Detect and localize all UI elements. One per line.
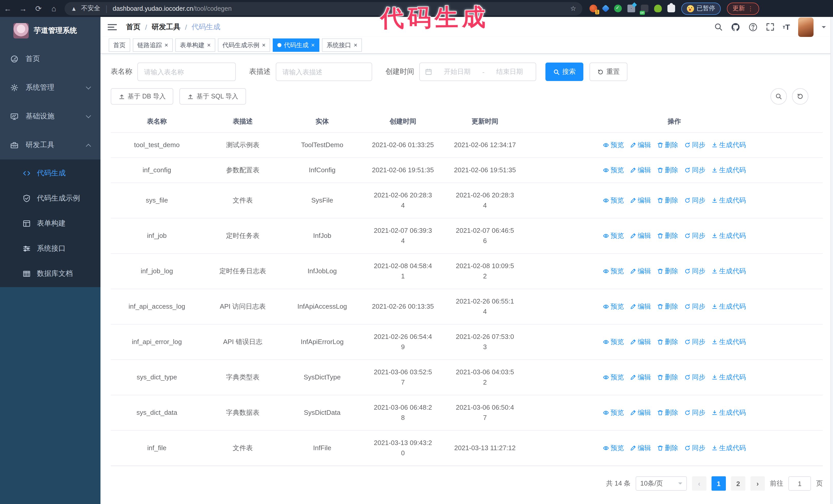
action-sync[interactable]: 同步 <box>684 266 705 277</box>
action-trash[interactable]: 删除 <box>657 195 678 206</box>
action-pencil[interactable]: 编辑 <box>630 266 651 277</box>
action-eye[interactable]: 预览 <box>603 372 624 383</box>
help-icon[interactable] <box>748 22 758 31</box>
import-db-button[interactable]: 基于 DB 导入 <box>111 88 173 104</box>
extension-bot-icon[interactable] <box>654 5 662 12</box>
action-eye[interactable]: 预览 <box>603 140 624 150</box>
action-download[interactable]: 生成代码 <box>712 195 746 206</box>
sidebar-subitem-2[interactable]: 表单构建 <box>0 211 100 236</box>
action-eye[interactable]: 预览 <box>603 443 624 453</box>
action-eye[interactable]: 预览 <box>603 165 624 175</box>
page-size-select[interactable]: 10条/页 <box>636 476 687 491</box>
action-trash[interactable]: 删除 <box>657 165 678 175</box>
action-eye[interactable]: 预览 <box>603 302 624 312</box>
sidebar-item-1[interactable]: 系统管理 <box>0 73 100 102</box>
action-trash[interactable]: 删除 <box>657 231 678 241</box>
action-pencil[interactable]: 编辑 <box>630 195 651 206</box>
extension-check-icon[interactable] <box>614 5 622 12</box>
action-sync[interactable]: 同步 <box>684 408 705 418</box>
action-sync[interactable]: 同步 <box>684 372 705 383</box>
action-trash[interactable]: 删除 <box>657 408 678 418</box>
action-sync[interactable]: 同步 <box>684 231 705 241</box>
forward-icon[interactable]: → <box>15 4 31 13</box>
sidebar-subitem-1[interactable]: 代码生成示例 <box>0 186 100 211</box>
action-trash[interactable]: 删除 <box>657 266 678 277</box>
action-pencil[interactable]: 编辑 <box>630 140 651 150</box>
extension-on-icon[interactable] <box>641 5 648 12</box>
app-logo-row[interactable]: 芋道管理系统 <box>0 17 100 45</box>
action-pencil[interactable]: 编辑 <box>630 231 651 241</box>
breadcrumb-dev-tools[interactable]: 研发工具 <box>152 22 181 31</box>
bookmark-star-icon[interactable]: ☆ <box>570 5 576 12</box>
action-download[interactable]: 生成代码 <box>712 231 746 241</box>
action-download[interactable]: 生成代码 <box>712 372 746 383</box>
next-page-button[interactable]: › <box>751 476 765 491</box>
github-icon[interactable] <box>731 22 740 31</box>
action-download[interactable]: 生成代码 <box>712 266 746 277</box>
extensions-puzzle-icon[interactable] <box>667 5 675 12</box>
action-trash[interactable]: 删除 <box>657 140 678 150</box>
search-icon[interactable] <box>714 23 723 31</box>
action-pencil[interactable]: 编辑 <box>630 165 651 175</box>
refresh-table-button[interactable] <box>792 88 808 104</box>
table-desc-input[interactable] <box>276 63 372 81</box>
home-icon[interactable]: ⌂ <box>46 4 62 13</box>
action-sync[interactable]: 同步 <box>684 195 705 206</box>
scrollbar[interactable] <box>830 17 833 504</box>
tab-3[interactable]: 代码生成示例 × <box>218 39 270 52</box>
action-pencil[interactable]: 编辑 <box>630 408 651 418</box>
extension-gem-icon[interactable] <box>601 4 610 12</box>
tab-close-icon[interactable]: × <box>262 42 265 48</box>
tab-5[interactable]: 系统接口 × <box>322 39 362 52</box>
import-sql-button[interactable]: 基于 SQL 导入 <box>180 88 246 104</box>
table-name-input[interactable] <box>137 63 236 81</box>
action-pencil[interactable]: 编辑 <box>630 443 651 453</box>
action-trash[interactable]: 删除 <box>657 372 678 383</box>
action-sync[interactable]: 同步 <box>684 165 705 175</box>
action-download[interactable]: 生成代码 <box>712 337 746 347</box>
date-range-picker[interactable]: 开始日期 - 结束日期 <box>419 63 536 81</box>
action-sync[interactable]: 同步 <box>684 302 705 312</box>
action-sync[interactable]: 同步 <box>684 443 705 453</box>
action-download[interactable]: 生成代码 <box>712 443 746 453</box>
extension-grid-icon[interactable] <box>627 5 635 12</box>
tab-close-icon[interactable]: × <box>207 42 211 48</box>
action-eye[interactable]: 预览 <box>603 266 624 277</box>
paused-badge[interactable]: 已暂停 <box>681 2 721 15</box>
security-label[interactable]: 不安全 <box>81 4 100 13</box>
tab-2[interactable]: 表单构建 × <box>175 39 215 52</box>
reset-button[interactable]: 重置 <box>590 63 627 81</box>
user-avatar[interactable] <box>798 17 813 37</box>
avatar-caret-icon[interactable] <box>822 26 826 30</box>
tab-close-icon[interactable]: × <box>311 42 315 48</box>
action-eye[interactable]: 预览 <box>603 408 624 418</box>
address-bar[interactable]: ▲! 不安全 | dashboard.yudao.iocoder.cn /too… <box>65 2 582 15</box>
action-download[interactable]: 生成代码 <box>712 408 746 418</box>
action-sync[interactable]: 同步 <box>684 140 705 150</box>
reload-icon[interactable]: ⟳ <box>31 4 46 13</box>
action-download[interactable]: 生成代码 <box>712 302 746 312</box>
kebab-menu-icon[interactable]: ⋮ <box>747 5 754 12</box>
action-eye[interactable]: 预览 <box>603 231 624 241</box>
action-pencil[interactable]: 编辑 <box>630 337 651 347</box>
page-button-2[interactable]: 2 <box>731 476 745 491</box>
action-download[interactable]: 生成代码 <box>712 140 746 150</box>
sidebar-item-3[interactable]: 研发工具 <box>0 131 100 160</box>
goto-page-input[interactable] <box>788 476 811 491</box>
action-pencil[interactable]: 编辑 <box>630 372 651 383</box>
tab-4[interactable]: 代码生成 × <box>273 39 319 52</box>
prev-page-button[interactable]: ‹ <box>692 476 706 491</box>
fullscreen-icon[interactable] <box>766 23 775 31</box>
tab-close-icon[interactable]: × <box>165 42 168 48</box>
action-eye[interactable]: 预览 <box>603 195 624 206</box>
font-size-icon[interactable]: тT <box>783 23 790 31</box>
page-button-1[interactable]: 1 <box>712 476 726 491</box>
tab-close-icon[interactable]: × <box>354 42 357 48</box>
back-icon[interactable]: ← <box>0 4 15 13</box>
update-button[interactable]: 更新 ⋮ <box>727 2 759 15</box>
breadcrumb-home[interactable]: 首页 <box>126 22 140 31</box>
sidebar-subitem-0[interactable]: 代码生成 <box>0 161 100 186</box>
action-trash[interactable]: 删除 <box>657 337 678 347</box>
action-sync[interactable]: 同步 <box>684 337 705 347</box>
action-pencil[interactable]: 编辑 <box>630 302 651 312</box>
